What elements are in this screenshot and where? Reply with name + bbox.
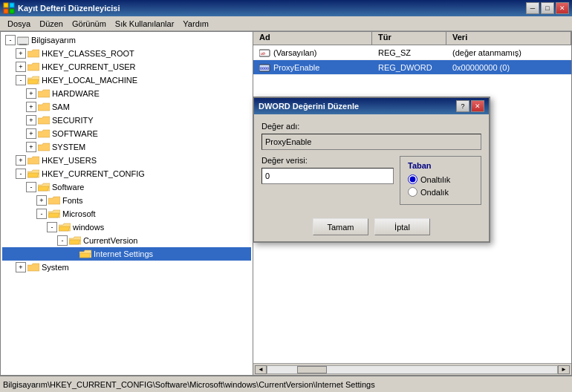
sam-toggle[interactable]: + — [26, 102, 36, 112]
radio-hex-item[interactable]: Onaltılık — [408, 174, 473, 184]
dialog-title-buttons: ? ✕ — [456, 100, 484, 112]
root-toggle[interactable]: - — [5, 35, 16, 45]
radio-dec-item[interactable]: Ondalık — [408, 187, 473, 197]
tree-sw[interactable]: - Software — [2, 180, 251, 194]
folder-icon — [38, 115, 50, 125]
dialog-footer: Tamam İptal — [254, 212, 489, 241]
tree-root[interactable]: - Bilgisayarım — [2, 33, 251, 47]
taban-title: Taban — [408, 161, 473, 170]
sw-toggle[interactable]: - — [26, 182, 36, 192]
scroll-left-btn[interactable]: ◄ — [255, 365, 267, 374]
tree-is[interactable]: Internet Settings — [2, 247, 251, 261]
close-button[interactable]: ✕ — [556, 2, 569, 14]
fonts-label: Fonts — [62, 196, 83, 205]
value-row-proxy[interactable]: 0000 ProxyEnable REG_DWORD 0x00000000 (0… — [253, 60, 571, 75]
hscrollbar[interactable]: ◄ ► — [253, 363, 571, 375]
radio-hex-label: Onaltılık — [420, 175, 450, 184]
folder-open-icon — [69, 235, 81, 246]
menu-dosya[interactable]: Dosya — [3, 19, 35, 29]
tree-sam[interactable]: + SAM — [2, 100, 251, 114]
tree-win[interactable]: - windows — [2, 220, 251, 234]
sam-label: SAM — [52, 102, 70, 111]
is-label: Internet Settings — [94, 249, 153, 258]
value-name-input[interactable] — [261, 134, 481, 150]
ms-toggle[interactable]: - — [36, 209, 47, 219]
value-name-proxy: 0000 ProxyEnable — [253, 62, 372, 73]
tree-cv[interactable]: - CurrentVersion — [2, 234, 251, 247]
folder-open-icon — [38, 182, 50, 192]
folder-icon — [38, 128, 50, 139]
hkcr-toggle[interactable]: + — [16, 48, 26, 59]
hklm-toggle[interactable]: - — [16, 75, 26, 85]
maximize-button[interactable]: □ — [541, 2, 554, 14]
svg-rect-6 — [19, 44, 27, 45]
folder-icon — [27, 155, 39, 166]
tree-security[interactable]: + SECURITY — [2, 114, 251, 127]
minimize-button[interactable]: ─ — [526, 2, 539, 14]
hkcc-toggle[interactable]: - — [16, 169, 26, 179]
software-label: SOFTWARE — [52, 129, 98, 138]
cancel-button[interactable]: İptal — [374, 218, 430, 235]
svg-text:ab: ab — [261, 51, 265, 56]
menu-sikkullanilan[interactable]: Sık Kullanılanlar — [111, 19, 179, 29]
value-data-default: (değer atanmamış) — [446, 48, 571, 58]
hardware-toggle[interactable]: + — [26, 88, 36, 99]
fonts-toggle[interactable]: + — [36, 195, 47, 206]
system-label: SYSTEM — [52, 143, 85, 151]
header-name[interactable]: Ad — [253, 32, 372, 45]
system-toggle[interactable]: + — [26, 142, 36, 152]
svg-text:0000: 0000 — [260, 66, 269, 71]
value-name-default: ab (Varsayılan) — [253, 48, 372, 58]
tree-system[interactable]: + SYSTEM — [2, 140, 251, 154]
computer-icon — [17, 35, 29, 45]
dialog-help-button[interactable]: ? — [456, 100, 469, 112]
ok-button[interactable]: Tamam — [313, 218, 368, 235]
dialog-row: Değer verisi: Taban Onaltılık Ondalık — [261, 156, 481, 205]
dialog-close-button[interactable]: ✕ — [471, 100, 484, 112]
tree-fonts[interactable]: + Fonts — [2, 194, 251, 207]
hku-toggle[interactable]: + — [16, 155, 26, 166]
dialog-title-text: DWORD Değerini Düzenle — [259, 102, 359, 111]
hardware-label: HARDWARE — [52, 89, 100, 98]
tree-ms[interactable]: - Microsoft — [2, 207, 251, 220]
radio-dec-label: Ondalık — [420, 188, 449, 197]
value-row-default[interactable]: ab (Varsayılan) REG_SZ (değer atanmamış) — [253, 45, 571, 60]
dialog-title-bar: DWORD Değerini Düzenle ? ✕ — [254, 98, 489, 114]
folder-open-icon — [59, 222, 71, 232]
status-text: Bilgisayarım\HKEY_CURRENT_CONFIG\Softwar… — [3, 380, 375, 389]
menu-duzen[interactable]: Düzen — [35, 19, 68, 29]
dword-dialog: DWORD Değerini Düzenle ? ✕ Değer adı: De… — [253, 97, 490, 243]
tree-panel[interactable]: - Bilgisayarım + HKEY_CLASSES_ROOT — [1, 32, 253, 375]
dialog-body: Değer adı: Değer verisi: Taban Onaltılık… — [254, 114, 489, 212]
value-data-input[interactable] — [261, 168, 394, 184]
header-type[interactable]: Tür — [372, 32, 446, 45]
header-data[interactable]: Veri — [446, 32, 571, 45]
tree-sysroot[interactable]: + System — [2, 261, 251, 274]
tree-hkcu[interactable]: + HKEY_CURRENT_USER — [2, 60, 251, 74]
tree-software[interactable]: + SOFTWARE — [2, 127, 251, 140]
menu-yardim[interactable]: Yardım — [178, 19, 213, 29]
tree-hkcr[interactable]: + HKEY_CLASSES_ROOT — [2, 47, 251, 60]
scroll-right-btn[interactable]: ► — [558, 365, 570, 374]
radio-dec[interactable] — [408, 187, 417, 197]
security-label: SECURITY — [52, 116, 94, 125]
taban-box: Taban Onaltılık Ondalık — [400, 156, 481, 205]
scroll-thumb[interactable] — [297, 366, 327, 373]
hkcu-toggle[interactable]: + — [16, 62, 26, 72]
tree-hku[interactable]: + HKEY_USERS — [2, 154, 251, 167]
tree-hkcc[interactable]: - HKEY_CURRENT_CONFIG — [2, 167, 251, 180]
win-toggle[interactable]: - — [47, 222, 57, 232]
security-toggle[interactable]: + — [26, 115, 36, 125]
folder-open-icon — [27, 75, 39, 85]
software-toggle[interactable]: + — [26, 128, 36, 139]
menu-gorunum[interactable]: Görünüm — [68, 19, 111, 29]
tree-hardware[interactable]: + HARDWARE — [2, 87, 251, 100]
folder-open-icon — [27, 169, 39, 179]
dialog-value-area: Değer verisi: — [261, 156, 394, 205]
cv-toggle[interactable]: - — [57, 235, 68, 246]
folder-icon — [27, 262, 39, 272]
tree-hklm[interactable]: - HKEY_LOCAL_MACHINE — [2, 74, 251, 87]
scroll-track[interactable] — [267, 365, 558, 374]
sysroot-toggle[interactable]: + — [16, 262, 26, 272]
radio-hex[interactable] — [408, 174, 417, 184]
